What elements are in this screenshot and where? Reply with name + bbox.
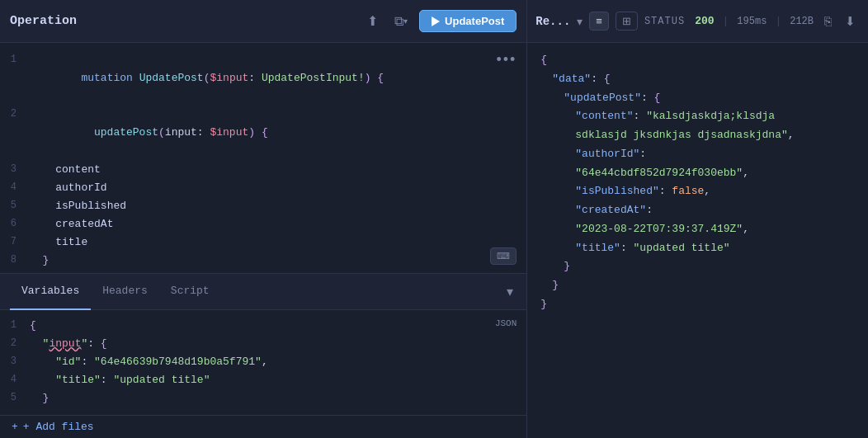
code-line-8: 8 } xyxy=(0,252,526,270)
resp-line-8: "title": "updated title" xyxy=(527,239,868,258)
status-code: 200 xyxy=(695,15,714,27)
collapse-button[interactable]: ▾ xyxy=(503,280,517,303)
copy-response-icon: ⎘ xyxy=(824,14,832,28)
response-dropdown-button[interactable]: ▾ xyxy=(577,15,583,28)
resp-line-9: } xyxy=(527,257,868,276)
variables-panel: Variables Headers Script ▾ JSON 1 { 2 "i… xyxy=(0,273,526,438)
resp-line-7: "createdAt": xyxy=(527,201,868,220)
resp-line-3: "updatePost": { xyxy=(527,89,868,108)
code-line-7: 7 title xyxy=(0,233,526,252)
run-button-label: UpdatePost xyxy=(445,15,504,27)
more-options-button[interactable]: ••• xyxy=(496,51,517,68)
code-line-2: 2 updatePost(input: $input) { xyxy=(0,106,526,160)
list-view-icon: ≡ xyxy=(596,15,602,27)
code-line-6: 6 createdAt xyxy=(0,215,526,233)
resp-line-1: { xyxy=(527,51,868,70)
tab-variables[interactable]: Variables xyxy=(10,274,91,310)
tab-script[interactable]: Script xyxy=(159,274,221,310)
resp-line-10: } xyxy=(527,276,868,295)
code-line-9: 9 } xyxy=(0,270,526,273)
list-view-button[interactable]: ≡ xyxy=(589,12,609,31)
resp-line-4: "content": "kalsdjaskdja;klsdja xyxy=(527,107,868,126)
resp-line-5b: "64e44cbdf852d7924f030ebb", xyxy=(527,164,868,183)
response-toolbar: ⎘ ⬇ xyxy=(820,12,860,31)
resp-line-7b: "2023-08-22T07:39:37.419Z", xyxy=(527,220,868,239)
chevron-icon: ▾ xyxy=(403,16,408,26)
code-line-5: 5 isPublished xyxy=(0,197,526,215)
var-line-3: 3 "id": "64e46639b7948d19b0a5f791", xyxy=(0,353,526,371)
copy-button[interactable]: ⧉ ▾ xyxy=(389,11,413,32)
variables-editor[interactable]: JSON 1 { 2 "input": { 3 "id": "64e46639b… xyxy=(0,310,526,415)
copy-icon: ⧉ xyxy=(394,14,403,29)
operation-header: Operation ⬆ ⧉ ▾ UpdatePost xyxy=(0,0,526,43)
grid-view-button[interactable]: ⊞ xyxy=(616,12,638,31)
tab-headers[interactable]: Headers xyxy=(91,274,159,310)
resp-line-2: "data": { xyxy=(527,70,868,89)
variables-header: Variables Headers Script ▾ xyxy=(0,274,526,310)
resp-line-6: "isPublished": false, xyxy=(527,182,868,201)
code-line-4: 4 authorId xyxy=(0,179,526,197)
collapse-icon: ▾ xyxy=(507,285,513,299)
code-editor[interactable]: ••• 1 mutation UpdatePost($input: Update… xyxy=(0,43,526,273)
code-line-3: 3 content xyxy=(0,161,526,179)
code-toolbar: ⌨ xyxy=(490,247,517,265)
resp-line-4b: sdklasjd jksdnkjas djsadnaskjdna", xyxy=(527,126,868,145)
grid-view-icon: ⊞ xyxy=(622,15,631,27)
resp-line-5: "authorId": xyxy=(527,145,868,164)
response-title: Re... xyxy=(535,15,570,28)
plus-icon: + xyxy=(12,421,18,433)
download-response-button[interactable]: ⬇ xyxy=(841,12,860,31)
var-line-2: 2 "input": { xyxy=(0,335,526,353)
chevron-down-icon: ▾ xyxy=(577,15,583,28)
var-line-5: 5 } xyxy=(0,389,526,407)
status-label: STATUS xyxy=(644,16,685,27)
code-line-1: 1 mutation UpdatePost($input: UpdatePost… xyxy=(0,51,526,106)
var-line-1: 1 { xyxy=(0,317,526,335)
run-button[interactable]: UpdatePost xyxy=(419,10,517,32)
play-icon xyxy=(432,16,440,26)
response-body: { "data": { "updatePost": { "content": "… xyxy=(527,43,868,438)
operation-title: Operation xyxy=(10,14,356,28)
response-time: 195ms xyxy=(737,16,767,27)
response-header: Re... ▾ ≡ ⊞ STATUS 200 | 195ms | 212B ⎘ … xyxy=(527,0,868,43)
keyboard-shortcut-btn[interactable]: ⌨ xyxy=(490,247,517,265)
share-icon: ⬆ xyxy=(367,13,378,29)
resp-line-11: } xyxy=(527,295,868,314)
download-icon: ⬇ xyxy=(845,14,856,28)
response-size: 212B xyxy=(790,16,814,27)
json-label: JSON xyxy=(495,318,517,328)
var-line-4: 4 "title": "updated title" xyxy=(0,371,526,389)
share-button[interactable]: ⬆ xyxy=(362,10,383,32)
copy-response-button[interactable]: ⎘ xyxy=(820,12,836,31)
left-panel: Operation ⬆ ⧉ ▾ UpdatePost ••• 1 mutatio… xyxy=(0,0,527,438)
right-panel: Re... ▾ ≡ ⊞ STATUS 200 | 195ms | 212B ⎘ … xyxy=(527,0,868,438)
add-files-label: + Add files xyxy=(23,421,94,433)
add-files-button[interactable]: + + Add files xyxy=(0,415,526,438)
